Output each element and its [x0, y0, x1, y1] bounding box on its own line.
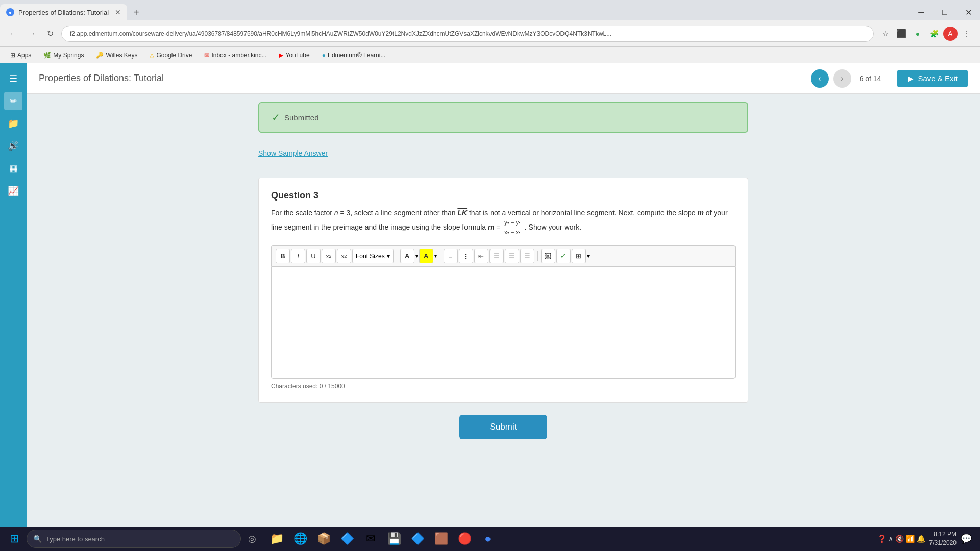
bookmark-inbox[interactable]: ✉ Inbox - amber.kinc... — [200, 51, 271, 60]
font-color-btn[interactable]: A — [400, 249, 414, 263]
content-wrapper: ✓ Submitted Show Sample Answer Question … — [248, 94, 758, 472]
cortana-btn[interactable]: ◎ — [243, 530, 261, 548]
taskbar-app-code[interactable]: 🔷 — [406, 528, 429, 550]
tab-bar: ● Properties of Dilations: Tutorial ✕ + … — [0, 0, 980, 20]
search-icon: 🔍 — [33, 535, 42, 543]
tab-close-btn[interactable]: ✕ — [115, 8, 121, 16]
question-card: Question 3 For the scale factor n = 3, s… — [258, 178, 748, 403]
refresh-btn[interactable]: ↻ — [43, 27, 57, 41]
taskbar-app-edge[interactable]: 🌐 — [289, 528, 311, 550]
tray-help-icon[interactable]: ❓ — [877, 535, 886, 543]
tray-volume-icon[interactable]: 🔇 — [895, 535, 904, 543]
taskbar-app-storage[interactable]: 💾 — [383, 528, 405, 550]
sidebar-folder-icon[interactable]: 📁 — [4, 114, 22, 133]
font-size-select[interactable]: Font Sizes ▾ — [352, 249, 394, 263]
taskbar-app-dropbox[interactable]: 📦 — [312, 528, 335, 550]
maximize-btn[interactable]: □ — [933, 4, 957, 20]
submitted-text: Submitted — [284, 113, 319, 122]
taskbar-app-files[interactable]: 📁 — [265, 528, 288, 550]
edmentum-icon: ● — [322, 52, 326, 59]
taskbar-search-text: Type here to search — [46, 535, 105, 543]
bullet-list-btn[interactable]: ≡ — [444, 249, 458, 263]
extension-icon-3[interactable]: 🧩 — [927, 27, 941, 41]
table-arrow[interactable]: ▾ — [587, 253, 590, 259]
sidebar-menu-icon[interactable]: ☰ — [4, 69, 22, 88]
numbered-list-btn[interactable]: ⋮ — [459, 249, 473, 263]
new-tab-btn[interactable]: + — [127, 7, 145, 18]
check-btn[interactable]: ✓ — [556, 249, 571, 263]
bold-btn[interactable]: B — [276, 249, 290, 263]
course-title: Properties of Dilations: Tutorial — [39, 73, 811, 84]
taskbar-app-mail[interactable]: ✉ — [359, 528, 382, 550]
subscript-btn[interactable]: x2 — [337, 249, 351, 263]
table-btn[interactable]: ⊞ — [572, 249, 586, 263]
app-layout: ☰ ✏ 📁 🔊 ▦ 📈 Properties of Dilations: Tut… — [0, 63, 980, 551]
taskbar-time[interactable]: 8:12 PM 7/31/2020 — [929, 530, 957, 547]
gmail-icon: ✉ — [204, 52, 209, 59]
taskbar-app-chrome[interactable]: 🔴 — [453, 528, 476, 550]
sidebar-audio-icon[interactable]: 🔊 — [4, 137, 22, 155]
fraction-numerator: y₂ − y₁ — [503, 218, 522, 228]
toolbar-separator-2 — [440, 251, 440, 261]
toolbar-separator-3 — [537, 251, 538, 261]
highlight-arrow[interactable]: ▾ — [434, 253, 437, 259]
main-scroll[interactable]: ✓ Submitted Show Sample Answer Question … — [27, 94, 980, 551]
active-tab[interactable]: ● Properties of Dilations: Tutorial ✕ — [0, 4, 127, 20]
back-btn[interactable]: ← — [6, 27, 20, 41]
bookmark-gdrive[interactable]: △ Google Drive — [145, 51, 196, 60]
next-page-btn[interactable]: › — [833, 69, 851, 88]
more-btn[interactable]: ⋮ — [960, 27, 974, 41]
taskbar-app-minecraft[interactable]: 🟫 — [430, 528, 452, 550]
forward-btn[interactable]: → — [24, 27, 39, 41]
taskbar-app-edge2[interactable]: 🔷 — [336, 528, 358, 550]
profile-icon[interactable]: A — [943, 27, 958, 41]
taskbar-app-chrome2[interactable]: ● — [477, 528, 499, 550]
tray-battery-icon[interactable]: 🔔 — [917, 535, 925, 543]
start-button[interactable]: ⊞ — [4, 529, 24, 549]
align-left-btn[interactable]: ☰ — [489, 249, 504, 263]
address-input[interactable]: f2.app.edmentum.com/courseware-delivery/… — [61, 26, 874, 42]
char-count: Characters used: 0 / 15000 — [271, 383, 736, 390]
toolbar-separator-1 — [397, 251, 397, 261]
tray-network-icon[interactable]: 📶 — [906, 535, 915, 543]
prev-page-btn[interactable]: ‹ — [811, 69, 829, 88]
minimize-btn[interactable]: ─ — [910, 4, 933, 20]
window-controls: ─ □ ✕ — [910, 4, 980, 20]
show-sample-link[interactable]: Show Sample Answer — [258, 149, 748, 157]
indent-decrease-btn[interactable]: ⇤ — [474, 249, 488, 263]
keys-icon: 🔑 — [96, 52, 104, 59]
font-color-arrow[interactable]: ▾ — [415, 253, 418, 259]
save-exit-btn[interactable]: ▶ Save & Exit — [897, 70, 968, 87]
bookmark-willes[interactable]: 🔑 Willes Keys — [92, 51, 141, 60]
close-btn[interactable]: ✕ — [957, 4, 980, 20]
notification-icon[interactable]: 💬 — [961, 533, 972, 544]
bookmarks-bar: ⊞ Apps 🌿 My Springs 🔑 Willes Keys △ Goog… — [0, 47, 980, 63]
tray-chevron-icon[interactable]: ∧ — [888, 535, 893, 543]
extension-icon-1[interactable]: ⬛ — [894, 27, 909, 41]
youtube-icon: ▶ — [279, 52, 283, 59]
image-btn[interactable]: 🖼 — [541, 249, 555, 263]
sidebar-chart-icon[interactable]: 📈 — [4, 182, 22, 200]
editor-area[interactable] — [271, 266, 736, 379]
bookmark-edmentum[interactable]: ● Edmentum® Learni... — [318, 51, 390, 60]
submit-btn[interactable]: Submit — [459, 415, 548, 439]
tab-title: Properties of Dilations: Tutorial — [18, 9, 109, 16]
align-right-btn[interactable]: ☰ — [520, 249, 534, 263]
sidebar-grid-icon[interactable]: ▦ — [4, 159, 22, 178]
drive-icon: △ — [150, 52, 154, 59]
align-center-btn[interactable]: ☰ — [505, 249, 519, 263]
sidebar-edit-icon[interactable]: ✏ — [4, 92, 22, 110]
superscript-btn[interactable]: x2 — [322, 249, 336, 263]
highlight-btn[interactable]: A — [419, 249, 433, 263]
taskbar-search[interactable]: 🔍 Type here to search — [27, 530, 241, 548]
taskbar-apps: 📁 🌐 📦 🔷 ✉ 💾 🔷 🟫 🔴 ● — [265, 528, 499, 550]
underline-btn[interactable]: U — [306, 249, 321, 263]
address-bar: ← → ↻ f2.app.edmentum.com/courseware-del… — [0, 20, 980, 47]
italic-btn[interactable]: I — [291, 249, 305, 263]
star-icon[interactable]: ☆ — [878, 27, 892, 41]
bookmark-apps[interactable]: ⊞ Apps — [6, 51, 35, 60]
content-area: Properties of Dilations: Tutorial ‹ › 6 … — [27, 63, 980, 551]
extension-icon-2[interactable]: ● — [911, 27, 925, 41]
bookmark-youtube[interactable]: ▶ YouTube — [275, 51, 313, 60]
bookmark-mysprings[interactable]: 🌿 My Springs — [39, 51, 88, 60]
